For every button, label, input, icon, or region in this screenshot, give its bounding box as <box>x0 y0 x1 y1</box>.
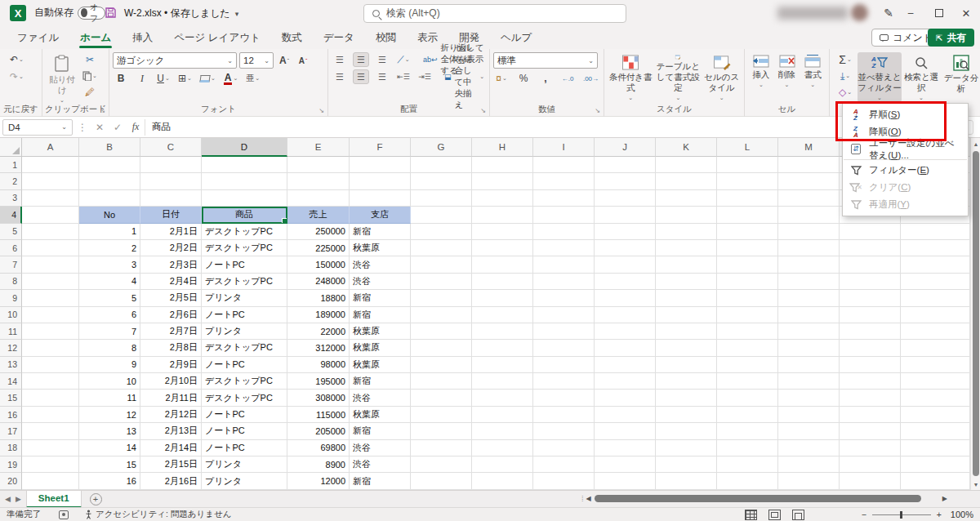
cell[interactable] <box>472 190 533 207</box>
cell[interactable] <box>595 390 656 406</box>
cell[interactable] <box>595 290 656 306</box>
cell[interactable] <box>533 274 595 290</box>
cell[interactable]: 18800 <box>287 290 350 306</box>
cell[interactable] <box>840 290 901 306</box>
fill-color-button[interactable]: ⌄ <box>198 71 217 86</box>
delete-cells-button[interactable]: 削除⌄ <box>774 52 800 102</box>
cell[interactable] <box>717 173 778 189</box>
cell[interactable] <box>411 473 472 489</box>
row-header-10[interactable]: 10 <box>0 307 22 323</box>
cell[interactable] <box>140 190 202 207</box>
font-dialog-launcher-icon[interactable]: ↘ <box>318 107 324 114</box>
cell[interactable] <box>533 357 595 373</box>
cell[interactable] <box>472 256 533 273</box>
cell[interactable] <box>533 290 595 306</box>
cell[interactable]: 312000 <box>287 340 350 356</box>
cell[interactable] <box>656 240 717 256</box>
column-header-E[interactable]: E <box>287 138 350 157</box>
cell[interactable] <box>717 290 778 306</box>
cell[interactable] <box>79 173 140 189</box>
cell[interactable]: 秋葉原 <box>350 323 411 340</box>
menu-item-custom-sort[interactable]: ⇵ユーザー設定の並べ替え(U)... <box>843 140 968 158</box>
cell[interactable] <box>79 190 140 207</box>
selected-cell-D4[interactable]: 商品 <box>202 207 287 223</box>
cell[interactable] <box>411 440 472 456</box>
cell[interactable] <box>840 240 901 256</box>
cell[interactable]: 新宿 <box>350 307 411 323</box>
cut-icon[interactable]: ✂ <box>81 52 99 67</box>
cell[interactable] <box>717 407 778 423</box>
cell[interactable] <box>717 340 778 356</box>
cell[interactable] <box>901 423 970 439</box>
phonetic-guide-button[interactable]: 亜⌄ <box>244 71 261 86</box>
cell[interactable]: プリンタ <box>202 290 287 306</box>
cell[interactable] <box>717 373 778 390</box>
cell[interactable]: 10 <box>79 373 140 390</box>
cell[interactable] <box>595 323 656 340</box>
cell[interactable] <box>901 390 970 406</box>
cell[interactable]: 16 <box>79 473 140 489</box>
cell[interactable] <box>472 274 533 290</box>
cell[interactable] <box>411 274 472 290</box>
italic-button[interactable]: I <box>134 71 150 86</box>
cell[interactable] <box>656 307 717 323</box>
cell[interactable]: 6 <box>79 307 140 323</box>
cell[interactable]: 4 <box>79 274 140 290</box>
cell[interactable] <box>472 307 533 323</box>
grow-font-button[interactable]: Aˆ <box>276 53 292 68</box>
normal-view-icon[interactable] <box>745 510 757 520</box>
cell[interactable]: 22000 <box>287 323 350 340</box>
cell[interactable] <box>778 274 840 290</box>
cell[interactable]: 3 <box>79 256 140 273</box>
cell[interactable] <box>22 274 79 290</box>
cell[interactable]: 2月8日 <box>140 340 202 356</box>
cell[interactable] <box>778 357 840 373</box>
cell[interactable] <box>22 357 79 373</box>
cell[interactable] <box>901 456 970 473</box>
font-size-select[interactable]: 12⌄ <box>239 52 274 69</box>
cell[interactable] <box>472 423 533 439</box>
fill-button[interactable]: ⤓⌄ <box>833 69 858 83</box>
shrink-font-button[interactable]: Aˇ <box>295 53 311 68</box>
cell[interactable] <box>778 307 840 323</box>
cell[interactable] <box>472 240 533 256</box>
cell[interactable] <box>411 173 472 189</box>
cell[interactable] <box>22 373 79 390</box>
zoom-slider-thumb[interactable] <box>900 511 902 519</box>
cell[interactable] <box>901 373 970 390</box>
cell[interactable] <box>472 456 533 473</box>
cell[interactable] <box>656 207 717 223</box>
cell[interactable] <box>22 323 79 340</box>
cell[interactable] <box>22 390 79 406</box>
row-header-19[interactable]: 19 <box>0 456 22 473</box>
cell[interactable] <box>411 373 472 390</box>
insert-function-icon[interactable]: fx <box>127 121 145 133</box>
cell[interactable] <box>656 440 717 456</box>
cell[interactable] <box>595 307 656 323</box>
row-header-6[interactable]: 6 <box>0 240 22 256</box>
sheet-nav-left-icon[interactable]: ◀ <box>0 495 16 503</box>
cell[interactable]: 2月11日 <box>140 390 202 406</box>
cell[interactable] <box>717 240 778 256</box>
cell[interactable] <box>901 240 970 256</box>
sheet-tab-active[interactable]: Sheet1 <box>26 491 82 508</box>
cell[interactable] <box>840 274 901 290</box>
cell[interactable] <box>472 390 533 406</box>
autosave-control[interactable]: 自動保存 オフ <box>34 6 105 20</box>
cell[interactable] <box>901 290 970 306</box>
cell[interactable] <box>595 190 656 207</box>
cell[interactable] <box>411 207 472 223</box>
sheet-nav-right-icon[interactable]: ▶ <box>16 495 26 503</box>
cell[interactable] <box>656 456 717 473</box>
cell[interactable] <box>287 190 350 207</box>
page-break-view-icon[interactable] <box>792 510 804 520</box>
format-painter-icon[interactable]: 🖉 <box>81 85 99 100</box>
cell[interactable] <box>717 456 778 473</box>
name-box[interactable]: D4 ⌄ <box>2 119 73 136</box>
cell[interactable] <box>22 340 79 356</box>
cell[interactable] <box>717 323 778 340</box>
row-header-3[interactable]: 3 <box>0 190 22 207</box>
cell[interactable] <box>901 440 970 456</box>
cell[interactable]: 支店 <box>350 207 411 223</box>
cell[interactable] <box>533 473 595 489</box>
